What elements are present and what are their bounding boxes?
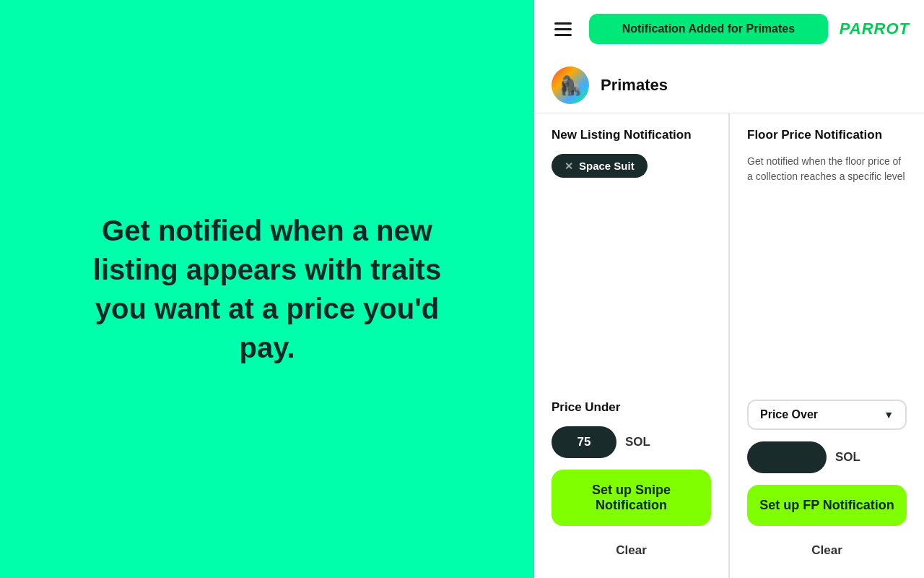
setup-snipe-button[interactable]: Set up Snipe Notification (552, 470, 711, 526)
floor-price-description: Get notified when the floor price of a c… (747, 154, 907, 184)
price-under-row: SOL (552, 426, 711, 458)
price-over-dropdown[interactable]: Price Over ▼ (747, 400, 907, 430)
trait-tag[interactable]: ✕ Space Suit (552, 154, 648, 178)
clear-snipe-button[interactable]: Clear (552, 538, 711, 564)
setup-fp-button[interactable]: Set up FP Notification (747, 485, 907, 526)
notification-badge: Notification Added for Primates (589, 14, 828, 44)
trait-label: Space Suit (579, 160, 635, 172)
avatar-image: 🦍 (559, 74, 582, 97)
menu-line-2 (554, 28, 572, 30)
floor-price-title: Floor Price Notification (747, 128, 907, 142)
columns-container: New Listing Notification ✕ Space Suit Pr… (534, 113, 924, 578)
spacer-right (747, 196, 907, 388)
remove-trait-icon: ✕ (565, 160, 573, 172)
avatar: 🦍 (552, 66, 589, 104)
new-listing-column: New Listing Notification ✕ Space Suit Pr… (534, 113, 730, 578)
header: Notification Added for Primates PARROT (534, 0, 924, 58)
right-panel: Notification Added for Primates PARROT 🦍… (534, 0, 924, 578)
price-over-sol: SOL (835, 450, 860, 465)
price-under-sol: SOL (625, 435, 650, 449)
clear-fp-button[interactable]: Clear (747, 538, 907, 564)
collection-row: 🦍 Primates (534, 58, 924, 113)
logo: PARROT (840, 20, 910, 38)
price-under-input[interactable] (552, 426, 616, 458)
price-under-label: Price Under (552, 400, 711, 415)
menu-button[interactable] (549, 17, 578, 42)
hero-text: Get notified when a new listing appears … (58, 197, 476, 381)
price-over-row: SOL (747, 441, 907, 473)
price-over-input[interactable] (747, 441, 827, 473)
floor-price-column: Floor Price Notification Get notified wh… (730, 113, 924, 578)
collection-name: Primates (601, 76, 668, 95)
left-panel: Get notified when a new listing appears … (0, 0, 534, 578)
menu-line-1 (554, 22, 572, 25)
dropdown-label: Price Over (760, 408, 818, 421)
spacer (552, 189, 711, 389)
chevron-down-icon: ▼ (884, 409, 894, 420)
new-listing-title: New Listing Notification (552, 128, 711, 142)
menu-line-3 (554, 34, 572, 36)
